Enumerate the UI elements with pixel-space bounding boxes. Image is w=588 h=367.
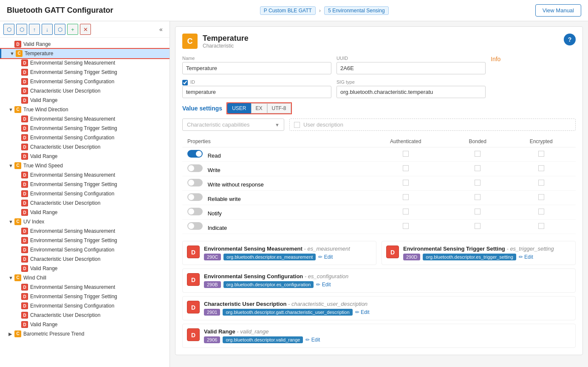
- list-item[interactable]: D Valid Range: [0, 96, 170, 105]
- toolbar-add-btn[interactable]: +: [67, 24, 78, 35]
- write-no-resp-bonded-checkbox[interactable]: [475, 180, 481, 186]
- read-toggle[interactable]: [187, 150, 203, 158]
- toolbar-down-btn[interactable]: ↓: [42, 24, 53, 35]
- tree-toggle: ▶: [8, 331, 14, 337]
- write-no-resp-toggle[interactable]: [187, 179, 203, 186]
- list-item[interactable]: D Environmental Sensing Trigger Setting: [0, 124, 170, 133]
- list-item[interactable]: D Environmental Sensing Configuration: [0, 77, 170, 86]
- reliable-write-encrypted-checkbox[interactable]: [538, 194, 544, 200]
- list-item[interactable]: D Environmental Sensing Measurement: [0, 282, 170, 292]
- list-item[interactable]: D Environmental Sensing Configuration: [0, 189, 170, 198]
- write-no-resp-encrypted-checkbox[interactable]: [538, 180, 544, 186]
- notify-toggle[interactable]: [187, 208, 203, 215]
- help-button[interactable]: ?: [564, 34, 576, 45]
- descriptor-badge: D: [21, 265, 28, 272]
- toolbar-up-btn[interactable]: ↑: [29, 24, 40, 35]
- list-item[interactable]: D Environmental Sensing Trigger Setting: [0, 68, 170, 77]
- notify-auth-checkbox[interactable]: [403, 209, 409, 215]
- list-item-temperature[interactable]: ▼ C Temperature: [0, 49, 170, 58]
- tab-user[interactable]: USER: [227, 103, 251, 113]
- edit-link[interactable]: ✏ Edit: [355, 309, 370, 315]
- notify-bonded-checkbox[interactable]: [475, 209, 481, 215]
- item-label: True Wind Direction: [23, 107, 68, 113]
- indicate-toggle[interactable]: [187, 222, 203, 230]
- list-item[interactable]: D Environmental Sensing Measurement: [0, 58, 170, 68]
- edit-link[interactable]: ✏ Edit: [305, 337, 320, 343]
- toolbar-delete-btn[interactable]: ✕: [80, 24, 91, 35]
- capabilities-dropdown[interactable]: Characteristic capabilities ▼: [182, 119, 284, 131]
- list-item[interactable]: D Environmental Sensing Trigger Setting: [0, 180, 170, 189]
- list-item[interactable]: D Valid Range: [0, 152, 170, 161]
- list-item[interactable]: ▼ C True Wind Speed: [0, 161, 170, 170]
- edit-link[interactable]: ✏ Edit: [316, 282, 331, 288]
- indicate-encrypted-checkbox[interactable]: [538, 223, 544, 229]
- uuid-input[interactable]: [336, 62, 486, 74]
- list-item[interactable]: D Characteristic User Description: [0, 86, 170, 96]
- id-input[interactable]: [182, 86, 331, 98]
- read-encrypted-checkbox[interactable]: [538, 151, 544, 157]
- list-item[interactable]: D Environmental Sensing Trigger Setting: [0, 292, 170, 301]
- write-no-resp-auth-checkbox[interactable]: [403, 180, 409, 186]
- characteristic-badge: C: [14, 162, 21, 169]
- list-item[interactable]: ▶ C Barometric Pressure Trend: [0, 329, 170, 339]
- list-item[interactable]: D Environmental Sensing Measurement: [0, 114, 170, 124]
- tab-ex[interactable]: EX: [251, 103, 267, 113]
- read-auth-checkbox[interactable]: [403, 151, 409, 157]
- list-item[interactable]: D Valid Range: [0, 264, 170, 273]
- write-encrypted-checkbox[interactable]: [538, 165, 544, 171]
- edit-link[interactable]: ✏ Edit: [519, 254, 533, 260]
- list-item[interactable]: D Characteristic User Description: [0, 311, 170, 320]
- list-item[interactable]: D Valid Range: [0, 208, 170, 217]
- indicate-bonded-checkbox[interactable]: [475, 223, 481, 229]
- tab-utf8[interactable]: UTF-8: [267, 103, 291, 113]
- indicate-auth-checkbox[interactable]: [403, 223, 409, 229]
- id-field-group: ID: [182, 79, 331, 98]
- sigtype-input[interactable]: [336, 86, 486, 98]
- list-item[interactable]: D Environmental Sensing Trigger Setting: [0, 236, 170, 245]
- list-item[interactable]: D Environmental Sensing Configuration: [0, 301, 170, 311]
- id-checkbox[interactable]: [182, 80, 188, 85]
- list-item[interactable]: D Valid Range: [0, 320, 170, 329]
- name-input[interactable]: [182, 62, 331, 74]
- descriptor-tags: 290D org.bluetooth.descriptor.es_trigger…: [403, 254, 571, 260]
- list-item[interactable]: D Valid Range: [0, 40, 170, 49]
- read-bonded-checkbox[interactable]: [475, 151, 481, 157]
- write-toggle[interactable]: [187, 164, 203, 172]
- list-item[interactable]: ▼ C UV Index: [0, 217, 170, 226]
- info-panel: Info: [491, 56, 576, 74]
- toolbar-import-btn[interactable]: ⬡: [3, 24, 14, 35]
- char-badge: C: [182, 34, 198, 49]
- write-auth-checkbox[interactable]: [403, 165, 409, 171]
- view-manual-button[interactable]: View Manual: [535, 4, 581, 17]
- bonded-col-header: Bonded: [449, 136, 506, 147]
- collapse-panel-btn[interactable]: «: [156, 24, 166, 34]
- characteristic-badge: C: [14, 218, 21, 225]
- list-item[interactable]: D Characteristic User Description: [0, 198, 170, 208]
- descriptor-badge: D: [187, 328, 200, 341]
- item-label: Valid Range: [30, 209, 58, 215]
- list-item[interactable]: D Characteristic User Description: [0, 254, 170, 264]
- toolbar-copy-btn[interactable]: ⬡: [54, 24, 65, 35]
- breadcrumb-profile[interactable]: P Custom BLE GATT: [260, 6, 316, 15]
- list-item[interactable]: ▼ C True Wind Direction: [0, 105, 170, 114]
- reliable-write-bonded-checkbox[interactable]: [475, 194, 481, 200]
- tree-container: D Valid Range ▼ C Temperature D Environm…: [0, 38, 170, 367]
- list-item[interactable]: D Environmental Sensing Measurement: [0, 170, 170, 180]
- list-item[interactable]: D Characteristic User Description: [0, 142, 170, 152]
- list-item[interactable]: D Environmental Sensing Measurement: [0, 226, 170, 236]
- write-bonded-checkbox[interactable]: [475, 165, 481, 171]
- uuid-label: UUID: [336, 56, 486, 61]
- breadcrumb-service[interactable]: 5 Environmental Sensing: [324, 6, 388, 15]
- edit-link[interactable]: ✏ Edit: [318, 254, 333, 260]
- characteristic-badge: C: [14, 330, 21, 337]
- toolbar-export-btn[interactable]: ⬡: [16, 24, 27, 35]
- reliable-write-toggle[interactable]: [187, 193, 203, 201]
- notify-encrypted-checkbox[interactable]: [538, 209, 544, 215]
- list-item[interactable]: D Environmental Sensing Configuration: [0, 245, 170, 254]
- user-desc-checkbox[interactable]: [294, 122, 300, 128]
- reliable-write-auth-checkbox[interactable]: [403, 194, 409, 200]
- list-item[interactable]: D Environmental Sensing Configuration: [0, 133, 170, 142]
- item-label: Environmental Sensing Configuration: [30, 191, 114, 197]
- item-label: Characteristic User Description: [30, 256, 100, 262]
- list-item[interactable]: ▼ C Wind Chill: [0, 273, 170, 282]
